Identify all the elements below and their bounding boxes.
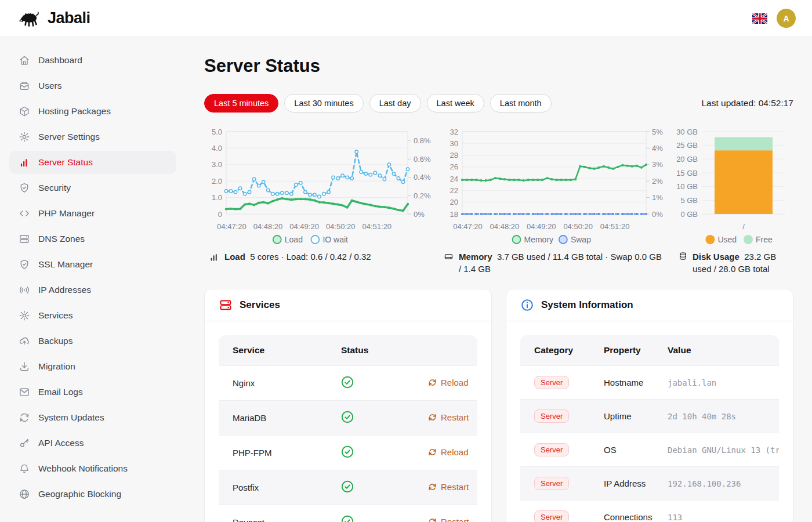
svg-text:20: 20 (450, 198, 458, 206)
svg-text:04:48:20: 04:48:20 (253, 222, 283, 231)
broadcast-icon (19, 284, 30, 296)
restart-button[interactable]: Restart (428, 412, 469, 422)
sidebar-item-webhook-notifications[interactable]: Webhook Notifications (9, 457, 176, 480)
sidebar-item-security[interactable]: Security (9, 176, 176, 200)
reload-button[interactable]: Reload (428, 378, 469, 387)
last-updated-text: Last updated: 04:52:17 (701, 98, 793, 108)
sidebar-item-label: Geographic Blocking (38, 489, 121, 499)
svg-text:18: 18 (450, 210, 458, 219)
sidebar-item-label: Webhook Notifications (38, 463, 128, 474)
property-value: 2d 10h 40m 28s (668, 412, 736, 421)
service-name: Dovecot (219, 505, 341, 522)
svg-text:Memory: Memory (524, 235, 554, 244)
column-header: Property (604, 335, 668, 366)
svg-text:04:48:20: 04:48:20 (490, 222, 520, 231)
bar-chart-icon (209, 252, 219, 262)
server-stack-icon (219, 298, 233, 312)
service-name: Postfix (219, 470, 341, 505)
sidebar-item-server-settings[interactable]: Server Settings (9, 125, 176, 148)
time-range-last-day[interactable]: Last day (369, 94, 421, 113)
table-row: NginxReload (219, 366, 477, 401)
refresh-icon (428, 448, 437, 456)
table-row: ServerOSDebian GNU/Linux 13 (trixie) (520, 433, 779, 467)
sidebar-item-hosting-packages[interactable]: Hosting Packages (9, 100, 176, 123)
sidebar-item-server-status[interactable]: Server Status (9, 151, 176, 174)
sidebar-item-label: Services (38, 310, 72, 321)
sidebar-item-geographic-blocking[interactable]: Geographic Blocking (9, 483, 176, 506)
svg-text:2.0: 2.0 (212, 177, 222, 186)
gear-icon (19, 131, 30, 143)
key-icon (19, 437, 30, 449)
memory-chart: 18202224262830320%1%2%3%4%5%04:47:2004:4… (439, 123, 674, 247)
svg-text:1%: 1% (652, 193, 663, 202)
service-status (341, 470, 428, 505)
svg-text:32: 32 (450, 128, 458, 136)
time-range-toolbar: Last 5 minutesLast 30 minutesLast dayLas… (204, 94, 793, 113)
sidebar-item-services[interactable]: Services (9, 304, 176, 327)
svg-text:04:50:20: 04:50:20 (563, 222, 593, 231)
svg-text:IO wait: IO wait (322, 235, 348, 244)
property-value: 113 (668, 513, 682, 522)
sidebar-item-dashboard[interactable]: Dashboard (9, 49, 176, 72)
status-ok-icon (341, 480, 354, 493)
sidebar-item-label: PHP Manager (38, 208, 95, 219)
service-status (341, 401, 428, 436)
table-row: ServerConnections113 (520, 501, 779, 522)
sidebar-item-api-access[interactable]: API Access (9, 432, 176, 455)
svg-text:04:49:20: 04:49:20 (527, 222, 556, 231)
svg-text:3.0: 3.0 (212, 160, 222, 169)
refresh-icon (428, 413, 437, 422)
load-stat-text: 5 cores · Load: 0.6 / 0.42 / 0.32 (250, 252, 371, 262)
service-status (341, 436, 428, 470)
sidebar-item-email-logs[interactable]: Email Logs (9, 380, 176, 404)
shield-check-icon (19, 182, 30, 194)
boar-logo-icon (16, 9, 42, 28)
services-card-title: Services (240, 299, 280, 311)
services-table: ServiceStatus NginxReloadMariaDBRestartP… (219, 335, 477, 522)
top-navbar: Jabali A (0, 0, 812, 37)
svg-text:0 GB: 0 GB (680, 210, 698, 219)
time-range-last-30-minutes[interactable]: Last 30 minutes (284, 94, 363, 113)
property-value: Debian GNU/Linux 13 (trixie) (668, 445, 779, 455)
sidebar-item-system-updates[interactable]: System Updates (9, 406, 176, 429)
server-stack-icon (19, 233, 30, 245)
system-information-card: System Information CategoryPropertyValue… (506, 289, 793, 522)
restart-button[interactable]: Restart (428, 517, 469, 522)
refresh-icon (428, 378, 437, 387)
table-row: DovecotRestart (219, 505, 477, 522)
stats-row: Load 5 cores · Load: 0.6 / 0.42 / 0.32 M… (204, 251, 793, 275)
page-title: Server Status (204, 56, 793, 77)
user-avatar[interactable]: A (777, 9, 796, 28)
reload-button[interactable]: Reload (428, 447, 469, 457)
service-name: MariaDB (219, 401, 341, 436)
property-value: 192.168.100.236 (668, 479, 741, 488)
sidebar-item-ssl-manager[interactable]: SSL Manager (9, 253, 176, 276)
svg-text:0: 0 (218, 210, 222, 219)
sidebar-item-ip-addresses[interactable]: IP Addresses (9, 278, 176, 302)
column-header: Status (341, 335, 428, 366)
sidebar-item-php-manager[interactable]: PHP Manager (9, 202, 176, 225)
sidebar-item-label: API Access (38, 438, 84, 448)
restart-button[interactable]: Restart (428, 482, 469, 492)
sidebar: DashboardUsersHosting PackagesServer Set… (0, 37, 186, 522)
time-range-last-week[interactable]: Last week (427, 94, 484, 113)
sidebar-item-label: DNS Zones (38, 234, 85, 244)
sidebar-item-backups[interactable]: Backups (9, 329, 176, 353)
language-flag-icon[interactable] (752, 13, 767, 24)
sidebar-item-label: IP Addresses (38, 285, 91, 295)
sidebar-item-migration[interactable]: Migration (9, 355, 176, 378)
svg-text:22: 22 (450, 186, 458, 195)
svg-text:26: 26 (450, 162, 458, 171)
sidebar-item-label: Email Logs (38, 387, 83, 397)
load-stat: Load 5 cores · Load: 0.6 / 0.42 / 0.32 (204, 251, 439, 275)
time-range-last-5-minutes[interactable]: Last 5 minutes (204, 94, 278, 113)
sidebar-item-users[interactable]: Users (9, 74, 176, 97)
svg-text:04:47:20: 04:47:20 (217, 222, 246, 231)
sidebar-item-dns-zones[interactable]: DNS Zones (9, 227, 176, 251)
table-row: ServerHostnamejabali.lan (520, 366, 779, 400)
time-range-last-month[interactable]: Last month (490, 94, 552, 113)
svg-text:0.6%: 0.6% (414, 155, 431, 164)
svg-text:Load: Load (285, 235, 303, 244)
svg-text:04:51:20: 04:51:20 (362, 222, 392, 231)
svg-text:Swap: Swap (571, 235, 591, 244)
